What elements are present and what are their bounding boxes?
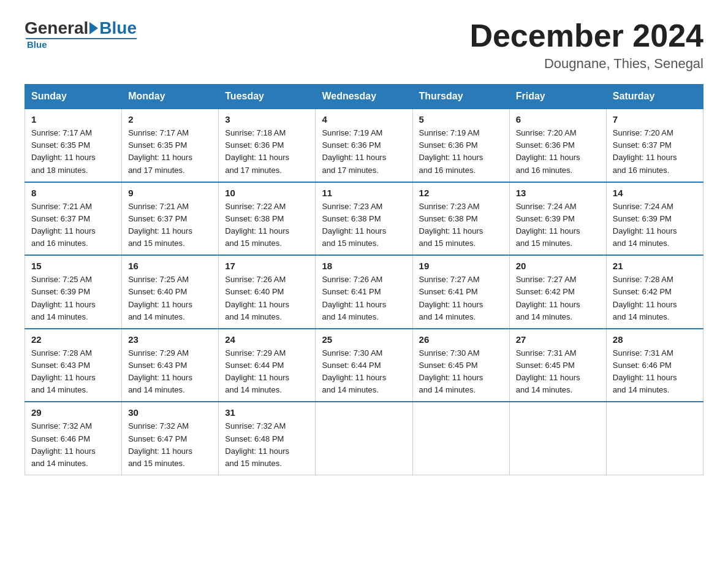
calendar-cell: 6 Sunrise: 7:20 AMSunset: 6:36 PMDayligh… <box>509 109 606 182</box>
day-info: Sunrise: 7:21 AMSunset: 6:37 PMDaylight:… <box>31 201 115 250</box>
day-info: Sunrise: 7:24 AMSunset: 6:39 PMDaylight:… <box>613 201 697 250</box>
logo-underline: Blue <box>26 38 137 50</box>
day-info: Sunrise: 7:20 AMSunset: 6:36 PMDaylight:… <box>516 127 600 177</box>
day-number: 25 <box>322 334 406 345</box>
logo-general-text: General <box>25 18 88 38</box>
calendar-cell: 13 Sunrise: 7:24 AMSunset: 6:39 PMDaylig… <box>509 182 606 256</box>
day-info: Sunrise: 7:28 AMSunset: 6:43 PMDaylight:… <box>31 347 115 397</box>
day-number: 14 <box>613 188 697 198</box>
calendar-cell: 23 Sunrise: 7:29 AMSunset: 6:43 PMDaylig… <box>122 329 219 402</box>
calendar-cell: 20 Sunrise: 7:27 AMSunset: 6:42 PMDaylig… <box>509 255 606 329</box>
day-info: Sunrise: 7:28 AMSunset: 6:42 PMDaylight:… <box>613 274 697 323</box>
day-number: 18 <box>322 261 406 271</box>
calendar-cell: 27 Sunrise: 7:31 AMSunset: 6:45 PMDaylig… <box>509 329 606 402</box>
calendar-cell: 14 Sunrise: 7:24 AMSunset: 6:39 PMDaylig… <box>606 182 703 256</box>
calendar-cell: 15 Sunrise: 7:25 AMSunset: 6:39 PMDaylig… <box>25 255 122 329</box>
calendar-cell: 3 Sunrise: 7:18 AMSunset: 6:36 PMDayligh… <box>219 109 316 182</box>
month-title: December 2024 <box>469 18 703 53</box>
day-number: 8 <box>31 188 115 198</box>
calendar-cell: 30 Sunrise: 7:32 AMSunset: 6:47 PMDaylig… <box>122 402 219 475</box>
logo-arrow-icon <box>89 22 98 34</box>
day-info: Sunrise: 7:23 AMSunset: 6:38 PMDaylight:… <box>419 201 503 250</box>
day-number: 2 <box>128 114 212 124</box>
day-info: Sunrise: 7:29 AMSunset: 6:44 PMDaylight:… <box>225 347 309 397</box>
day-number: 15 <box>31 261 115 271</box>
day-info: Sunrise: 7:22 AMSunset: 6:38 PMDaylight:… <box>225 201 309 250</box>
calendar-cell <box>412 402 509 475</box>
day-number: 19 <box>419 261 503 271</box>
day-info: Sunrise: 7:32 AMSunset: 6:46 PMDaylight:… <box>31 420 115 470</box>
day-info: Sunrise: 7:17 AMSunset: 6:35 PMDaylight:… <box>128 127 212 177</box>
day-number: 11 <box>322 188 406 198</box>
day-number: 17 <box>225 261 309 271</box>
day-info: Sunrise: 7:19 AMSunset: 6:36 PMDaylight:… <box>419 127 503 177</box>
calendar-cell: 19 Sunrise: 7:27 AMSunset: 6:41 PMDaylig… <box>412 255 509 329</box>
calendar-cell: 10 Sunrise: 7:22 AMSunset: 6:38 PMDaylig… <box>219 182 316 256</box>
day-info: Sunrise: 7:32 AMSunset: 6:47 PMDaylight:… <box>128 420 212 470</box>
day-number: 23 <box>128 334 212 345</box>
calendar-cell: 17 Sunrise: 7:26 AMSunset: 6:40 PMDaylig… <box>219 255 316 329</box>
col-header-wednesday: Wednesday <box>316 85 412 109</box>
day-info: Sunrise: 7:24 AMSunset: 6:39 PMDaylight:… <box>516 201 600 250</box>
calendar-table: SundayMondayTuesdayWednesdayThursdayFrid… <box>25 84 703 475</box>
calendar-cell: 12 Sunrise: 7:23 AMSunset: 6:38 PMDaylig… <box>412 182 509 256</box>
day-info: Sunrise: 7:31 AMSunset: 6:45 PMDaylight:… <box>516 347 600 397</box>
day-info: Sunrise: 7:29 AMSunset: 6:43 PMDaylight:… <box>128 347 212 397</box>
day-number: 13 <box>516 188 600 198</box>
day-number: 16 <box>128 261 212 271</box>
calendar-cell: 2 Sunrise: 7:17 AMSunset: 6:35 PMDayligh… <box>122 109 219 182</box>
day-number: 29 <box>31 407 115 418</box>
day-info: Sunrise: 7:18 AMSunset: 6:36 PMDaylight:… <box>225 127 309 177</box>
day-number: 3 <box>225 114 309 124</box>
day-info: Sunrise: 7:27 AMSunset: 6:41 PMDaylight:… <box>419 274 503 323</box>
day-info: Sunrise: 7:31 AMSunset: 6:46 PMDaylight:… <box>613 347 697 397</box>
day-number: 31 <box>225 407 309 418</box>
page-header: General Blue Blue December 2024 Dougnane… <box>25 18 703 72</box>
location-subtitle: Dougnane, Thies, Senegal <box>469 56 703 72</box>
day-number: 4 <box>322 114 406 124</box>
day-info: Sunrise: 7:32 AMSunset: 6:48 PMDaylight:… <box>225 420 309 470</box>
calendar-cell: 21 Sunrise: 7:28 AMSunset: 6:42 PMDaylig… <box>606 255 703 329</box>
day-info: Sunrise: 7:26 AMSunset: 6:41 PMDaylight:… <box>322 274 406 323</box>
calendar-cell <box>509 402 606 475</box>
day-info: Sunrise: 7:25 AMSunset: 6:39 PMDaylight:… <box>31 274 115 323</box>
day-number: 5 <box>419 114 503 124</box>
calendar-cell: 24 Sunrise: 7:29 AMSunset: 6:44 PMDaylig… <box>219 329 316 402</box>
day-number: 1 <box>31 114 115 124</box>
day-number: 26 <box>419 334 503 345</box>
day-number: 7 <box>613 114 697 124</box>
calendar-cell: 16 Sunrise: 7:25 AMSunset: 6:40 PMDaylig… <box>122 255 219 329</box>
col-header-thursday: Thursday <box>412 85 509 109</box>
day-info: Sunrise: 7:27 AMSunset: 6:42 PMDaylight:… <box>516 274 600 323</box>
col-header-monday: Monday <box>122 85 219 109</box>
day-info: Sunrise: 7:30 AMSunset: 6:44 PMDaylight:… <box>322 347 406 397</box>
day-number: 30 <box>128 407 212 418</box>
calendar-cell: 4 Sunrise: 7:19 AMSunset: 6:36 PMDayligh… <box>316 109 412 182</box>
day-info: Sunrise: 7:19 AMSunset: 6:36 PMDaylight:… <box>322 127 406 177</box>
col-header-sunday: Sunday <box>25 85 122 109</box>
day-info: Sunrise: 7:17 AMSunset: 6:35 PMDaylight:… <box>31 127 115 177</box>
day-number: 20 <box>516 261 600 271</box>
calendar-header-row: SundayMondayTuesdayWednesdayThursdayFrid… <box>25 85 703 109</box>
day-number: 28 <box>613 334 697 345</box>
day-info: Sunrise: 7:30 AMSunset: 6:45 PMDaylight:… <box>419 347 503 397</box>
calendar-cell: 25 Sunrise: 7:30 AMSunset: 6:44 PMDaylig… <box>316 329 412 402</box>
calendar-cell: 31 Sunrise: 7:32 AMSunset: 6:48 PMDaylig… <box>219 402 316 475</box>
day-number: 6 <box>516 114 600 124</box>
calendar-week-row: 29 Sunrise: 7:32 AMSunset: 6:46 PMDaylig… <box>25 402 703 475</box>
calendar-week-row: 8 Sunrise: 7:21 AMSunset: 6:37 PMDayligh… <box>25 182 703 256</box>
calendar-cell: 1 Sunrise: 7:17 AMSunset: 6:35 PMDayligh… <box>25 109 122 182</box>
calendar-cell: 9 Sunrise: 7:21 AMSunset: 6:37 PMDayligh… <box>122 182 219 256</box>
calendar-cell <box>606 402 703 475</box>
calendar-week-row: 15 Sunrise: 7:25 AMSunset: 6:39 PMDaylig… <box>25 255 703 329</box>
calendar-cell: 7 Sunrise: 7:20 AMSunset: 6:37 PMDayligh… <box>606 109 703 182</box>
day-number: 27 <box>516 334 600 345</box>
logo-blue-text: Blue <box>99 18 137 38</box>
calendar-cell: 28 Sunrise: 7:31 AMSunset: 6:46 PMDaylig… <box>606 329 703 402</box>
calendar-cell: 26 Sunrise: 7:30 AMSunset: 6:45 PMDaylig… <box>412 329 509 402</box>
title-block: December 2024 Dougnane, Thies, Senegal <box>469 18 703 72</box>
calendar-cell: 5 Sunrise: 7:19 AMSunset: 6:36 PMDayligh… <box>412 109 509 182</box>
col-header-friday: Friday <box>509 85 606 109</box>
calendar-cell: 18 Sunrise: 7:26 AMSunset: 6:41 PMDaylig… <box>316 255 412 329</box>
day-info: Sunrise: 7:25 AMSunset: 6:40 PMDaylight:… <box>128 274 212 323</box>
